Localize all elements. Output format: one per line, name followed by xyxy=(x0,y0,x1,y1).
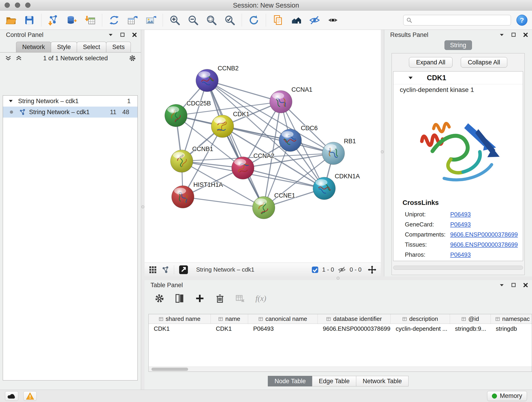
node-CCNB2[interactable] xyxy=(196,69,218,92)
crosslink-genecard-link[interactable]: P06493 xyxy=(450,221,471,228)
open-session-button[interactable] xyxy=(5,13,17,27)
help-button[interactable]: ? xyxy=(516,15,527,26)
node-CDC6[interactable] xyxy=(279,129,302,152)
node-CDC25B[interactable] xyxy=(165,104,187,127)
import-network-database-button[interactable] xyxy=(65,13,78,27)
export-image-button[interactable] xyxy=(144,13,157,27)
birds-eye-view-icon[interactable] xyxy=(149,266,157,274)
selected-checkbox-icon[interactable] xyxy=(312,266,318,273)
network-share-icon[interactable] xyxy=(162,266,169,274)
column-header-description[interactable]: description xyxy=(391,314,450,324)
home-button[interactable] xyxy=(290,13,303,27)
network-collection-row[interactable]: String Network – cdk1 1 xyxy=(3,96,138,107)
collapse-all-button[interactable]: Collapse All xyxy=(461,57,507,68)
right-splitter-handle[interactable] xyxy=(381,150,384,153)
export-table-button[interactable] xyxy=(126,13,139,27)
node-CCNE1[interactable] xyxy=(253,196,275,219)
panel-menu-icon[interactable] xyxy=(499,282,505,288)
edge-HIST1H1A-CCNE1[interactable] xyxy=(183,197,264,208)
tree-expand-icon[interactable] xyxy=(8,99,13,103)
apply-layout-button[interactable] xyxy=(247,13,260,27)
import-table-button[interactable] xyxy=(84,13,96,27)
zoom-out-button[interactable] xyxy=(187,13,200,27)
expand-all-networks-icon[interactable] xyxy=(16,55,22,61)
zoom-selected-button[interactable] xyxy=(223,13,236,27)
node-CCNA1[interactable] xyxy=(270,90,292,113)
column-header-database-identifier[interactable]: database identifier xyxy=(318,314,391,324)
left-splitter-handle[interactable] xyxy=(141,205,144,208)
float-panel-icon[interactable] xyxy=(511,282,516,288)
zoom-fit-button[interactable] xyxy=(205,13,218,27)
table-options-gear-icon[interactable] xyxy=(155,294,164,303)
toolbar-separator xyxy=(242,14,242,27)
duplicate-page-button[interactable] xyxy=(272,13,284,27)
hidden-eye-slash-icon[interactable] xyxy=(338,266,346,274)
network-canvas[interactable]: CCNB2CCNA1CDC25BCDK1CDC6RB1CCNB1CCNA2CDK… xyxy=(145,30,381,263)
edge-CCNB2-CCNE1[interactable] xyxy=(207,80,264,208)
network-row[interactable]: String Network – cdk1 11 48 xyxy=(3,107,138,118)
tab-select[interactable]: Select xyxy=(77,42,106,52)
node-RB1[interactable] xyxy=(322,142,345,165)
close-panel-icon[interactable] xyxy=(523,282,528,288)
node-CDKN1A[interactable] xyxy=(313,177,336,200)
crosslink-compartments-link[interactable]: 9606.ENSP00000378699 xyxy=(450,231,518,238)
column-header-id[interactable]: @id xyxy=(450,314,491,324)
float-panel-icon[interactable] xyxy=(511,32,516,38)
pan-move-icon[interactable] xyxy=(367,265,377,274)
window-title: Session: New Session xyxy=(0,0,532,11)
crosslink-pharos-link[interactable]: P06493 xyxy=(450,251,471,258)
export-table-icon xyxy=(127,14,138,26)
show-all-button[interactable] xyxy=(326,13,339,27)
column-header-name[interactable]: name xyxy=(211,314,248,324)
warnings-button[interactable] xyxy=(23,391,37,401)
tab-node-table[interactable]: Node Table xyxy=(268,376,312,386)
panel-menu-icon[interactable] xyxy=(108,32,114,38)
tab-sets[interactable]: Sets xyxy=(106,42,131,52)
tab-network-table[interactable]: Network Table xyxy=(356,376,409,386)
hide-selected-button[interactable] xyxy=(308,13,321,27)
node-HIST1H1A[interactable] xyxy=(172,186,194,208)
column-header-namespace[interactable]: namespac xyxy=(491,314,532,324)
column-header-shared-name[interactable]: shared name xyxy=(149,314,211,324)
tab-style[interactable]: Style xyxy=(51,42,77,52)
memory-button[interactable]: Memory xyxy=(487,391,527,401)
node-CCNB1[interactable] xyxy=(171,150,193,172)
save-session-button[interactable] xyxy=(23,13,36,27)
delete-column-icon[interactable] xyxy=(215,294,225,303)
float-panel-icon[interactable] xyxy=(120,32,125,38)
left-splitter[interactable] xyxy=(141,30,145,390)
crosslink-label: Tissues: xyxy=(405,241,450,248)
column-type-icon xyxy=(402,317,407,321)
show-columns-icon[interactable] xyxy=(175,294,184,303)
close-panel-icon[interactable] xyxy=(523,32,528,38)
node-CDK1[interactable] xyxy=(211,115,234,138)
string-network-graph[interactable]: CCNB2CCNA1CDC25BCDK1CDC6RB1CCNB1CCNA2CDK… xyxy=(145,30,381,263)
table-horizontal-scrollbar[interactable] xyxy=(149,366,532,371)
results-scrollbar[interactable] xyxy=(393,266,523,270)
close-panel-icon[interactable] xyxy=(132,32,137,38)
bottom-splitter-handle[interactable] xyxy=(336,277,340,280)
panel-menu-icon[interactable] xyxy=(499,32,505,38)
zoom-in-button[interactable] xyxy=(168,13,181,27)
crosslink-uniprot-link[interactable]: P06493 xyxy=(450,211,471,218)
column-header-canonical-name[interactable]: canonical name xyxy=(248,314,318,324)
collapse-entry-icon[interactable] xyxy=(408,75,413,80)
bottom-splitter[interactable] xyxy=(145,276,532,280)
collapse-all-networks-icon[interactable] xyxy=(5,55,12,61)
node-CCNA2[interactable] xyxy=(232,157,254,179)
crosslink-tissues-link[interactable]: 9606.ENSP00000378699 xyxy=(450,241,518,248)
import-network-file-button[interactable] xyxy=(47,13,60,27)
network-options-gear-icon[interactable] xyxy=(129,55,136,62)
cloud-status-button[interactable] xyxy=(5,391,18,401)
add-column-icon[interactable] xyxy=(195,294,205,303)
search-input[interactable] xyxy=(414,17,508,24)
external-link-icon[interactable] xyxy=(179,265,188,274)
table-row[interactable]: CDK1 CDK1 P06493 9606.ENSP00000378699 cy… xyxy=(149,324,532,333)
tab-network[interactable]: Network xyxy=(16,42,51,52)
tab-edge-table[interactable]: Edge Table xyxy=(312,376,356,386)
export-network-button[interactable] xyxy=(108,13,120,27)
expand-all-button[interactable]: Expand All xyxy=(409,57,452,68)
scrollbar-thumb[interactable] xyxy=(152,368,188,371)
right-splitter[interactable] xyxy=(381,30,384,276)
tab-string[interactable]: String xyxy=(444,40,472,50)
